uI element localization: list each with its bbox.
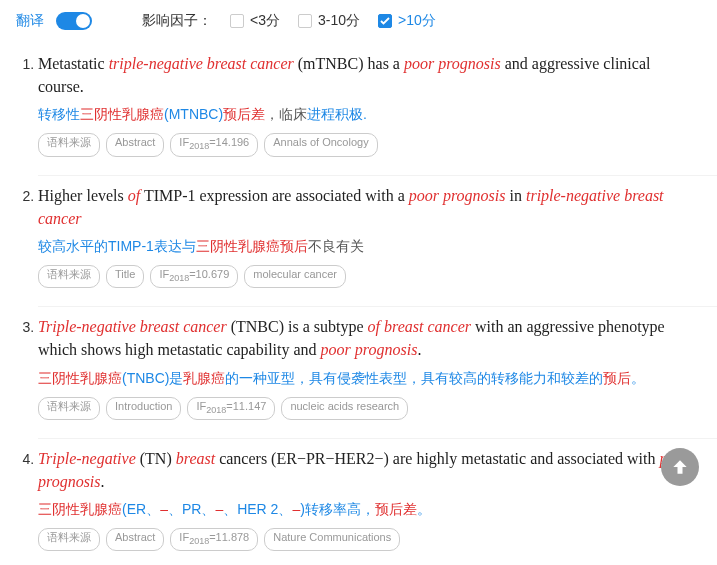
english-sentence: Triple-negative (TN) breast cancers (ER−…	[38, 447, 697, 493]
english-sentence: Metastatic triple-negative breast cancer…	[38, 52, 697, 98]
result-tags: 语料来源IntroductionIF2018=11.147nucleic aci…	[38, 397, 697, 420]
tag-section[interactable]: Abstract	[106, 133, 164, 156]
result-tags: 语料来源AbstractIF2018=11.878Nature Communic…	[38, 528, 697, 551]
result-item: Metastatic triple-negative breast cancer…	[38, 44, 717, 171]
translate-label: 翻译	[16, 12, 44, 30]
checkbox-label: <3分	[250, 12, 280, 30]
impact-factor-option-1[interactable]: 3-10分	[298, 12, 360, 30]
checkbox-label: >10分	[398, 12, 436, 30]
translate-toggle[interactable]	[56, 12, 92, 30]
tag-source[interactable]: 语料来源	[38, 397, 100, 420]
chinese-translation: 三阴性乳腺癌(TNBC)是乳腺癌的一种亚型，具有侵袭性表型，具有较高的转移能力和…	[38, 368, 697, 389]
result-tags: 语料来源TitleIF2018=10.679molecular cancer	[38, 265, 697, 288]
chinese-translation: 三阴性乳腺癌(ER、–、PR、–、HER 2、–)转移率高，预后差。	[38, 499, 697, 520]
english-sentence: Higher levels of TIMP-1 expression are a…	[38, 184, 697, 230]
scroll-to-top-button[interactable]	[661, 448, 699, 486]
checkbox-icon	[298, 14, 312, 28]
english-sentence: Triple-negative breast cancer (TNBC) is …	[38, 315, 697, 361]
results-list: Metastatic triple-negative breast cancer…	[4, 44, 717, 565]
tag-source[interactable]: 语料来源	[38, 265, 100, 288]
tag-impact-factor[interactable]: IF2018=14.196	[170, 133, 258, 156]
impact-factor-option-0[interactable]: <3分	[230, 12, 280, 30]
tag-source[interactable]: 语料来源	[38, 528, 100, 551]
result-item: Triple-negative breast cancer (TNBC) is …	[38, 306, 717, 434]
toggle-knob	[76, 14, 90, 28]
tag-journal[interactable]: molecular cancer	[244, 265, 346, 288]
tag-impact-factor[interactable]: IF2018=11.147	[187, 397, 275, 420]
tag-section[interactable]: Abstract	[106, 528, 164, 551]
checkbox-label: 3-10分	[318, 12, 360, 30]
impact-factor-option-2[interactable]: >10分	[378, 12, 436, 30]
tag-journal[interactable]: Annals of Oncology	[264, 133, 377, 156]
result-item: Triple-negative (TN) breast cancers (ER−…	[38, 438, 717, 565]
filter-bar: 翻译 影响因子： <3分3-10分>10分	[4, 6, 717, 44]
checkbox-icon	[378, 14, 392, 28]
impact-factor-label: 影响因子：	[142, 12, 212, 30]
arrow-up-icon	[670, 457, 690, 477]
tag-impact-factor[interactable]: IF2018=11.878	[170, 528, 258, 551]
tag-section[interactable]: Title	[106, 265, 144, 288]
chinese-translation: 较高水平的TIMP-1表达与三阴性乳腺癌预后不良有关	[38, 236, 697, 257]
checkbox-icon	[230, 14, 244, 28]
tag-section[interactable]: Introduction	[106, 397, 181, 420]
result-item: Higher levels of TIMP-1 expression are a…	[38, 175, 717, 303]
tag-impact-factor[interactable]: IF2018=10.679	[150, 265, 238, 288]
tag-journal[interactable]: Nature Communications	[264, 528, 400, 551]
tag-source[interactable]: 语料来源	[38, 133, 100, 156]
impact-factor-options: <3分3-10分>10分	[230, 12, 436, 30]
result-tags: 语料来源AbstractIF2018=14.196Annals of Oncol…	[38, 133, 697, 156]
tag-journal[interactable]: nucleic acids research	[281, 397, 408, 420]
chinese-translation: 转移性三阴性乳腺癌(MTNBC)预后差，临床进程积极.	[38, 104, 697, 125]
